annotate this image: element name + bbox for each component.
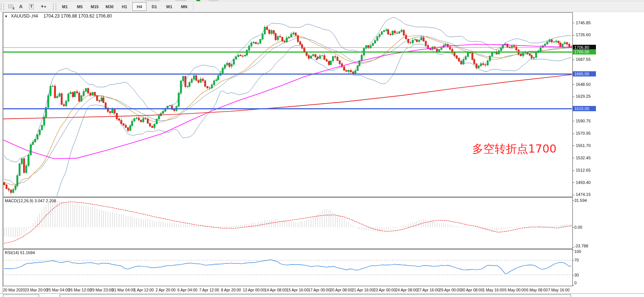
toolbar-sliver-segment: [209, 0, 218, 1]
time-tick-label: 31 Mar 04:00: [112, 288, 135, 292]
text-box-icon: T: [29, 4, 34, 9]
chart-symbol-timeframe: XAUUSD-,H4: [11, 13, 38, 19]
macd-scale-label: 31.594: [574, 198, 587, 203]
letter-a-icon: A: [19, 4, 22, 9]
time-tick-label: 1 Apr 12:00: [134, 288, 154, 292]
timeframe-button-group: M1M5M15M30H1H4D1W1MN: [57, 2, 192, 11]
time-tick-label: 23 Mar 20:00: [25, 288, 48, 292]
price-tick-label: 1648.50: [576, 82, 591, 87]
price-tick-label: 1629.25: [576, 94, 591, 99]
chart-ohlc-values: 1704.23 1706.88 1703.62 1706.80: [44, 13, 112, 19]
mt4-window: F A T ✦ ▾ M1M5M15M30H1H4D1W1MN ▼ XAUUSD-…: [0, 0, 644, 297]
timeframe-button-m15[interactable]: M15: [88, 2, 102, 11]
chart-annotation-text[interactable]: 多空转折点1700: [472, 141, 556, 157]
toolbar-sliver-green-segment: [196, 0, 200, 1]
chart-toolbar: F A T ✦ ▾ M1M5M15M30H1H4D1W1MN: [0, 1, 644, 12]
rsi-scale-label: 30: [574, 273, 579, 277]
time-tick-label: 25 Mar 04:00: [47, 288, 70, 292]
macd-indicator-label: MACD(12,26,9) 3.047 2.208: [5, 198, 56, 203]
rsi-scale-label: 100: [574, 249, 581, 254]
grid-icon: F: [8, 4, 13, 9]
time-tick-label: 5 May 00:00: [505, 288, 526, 292]
time-tick-label: 21 Apr 16:00: [352, 288, 374, 292]
time-tick-label: 7 May 16:00: [548, 288, 570, 292]
price-tick-label: 1590.75: [576, 119, 591, 123]
timeframe-button-mn[interactable]: MN: [177, 2, 191, 11]
time-tick-label: 30 Apr 08:00: [461, 288, 483, 292]
price-level-badge: 1610.00: [573, 106, 596, 111]
bottom-partial-window: [60, 294, 571, 297]
window-left-border: [2, 12, 3, 293]
bottom-separator: [0, 293, 644, 294]
macd-scale-label: -23.788: [574, 244, 588, 248]
rsi-scale-label: 70: [574, 258, 579, 262]
toolbar-separator: [193, 3, 193, 11]
rsi-indicator-label: RSI(14) 51.1684: [5, 250, 35, 255]
price-tick-label: 1570.95: [576, 131, 591, 135]
bottom-partial-window: [3, 294, 39, 297]
price-tick-label: 1474.15: [576, 192, 591, 197]
grid-f-tool-button[interactable]: F: [5, 2, 16, 11]
chart-title[interactable]: ▼ XAUUSD-,H4 1704.23 1706.88 1703.62 170…: [4, 13, 112, 19]
time-tick-label: 29 Mar 23:00: [90, 288, 113, 292]
timeframe-button-w1[interactable]: W1: [162, 2, 176, 11]
time-tick-label: 7 Apr 12:00: [199, 288, 220, 292]
textbox-tool-button[interactable]: T: [26, 2, 37, 11]
time-tick-label: 27 Apr 16:00: [417, 288, 440, 292]
timeframe-button-h1[interactable]: H1: [117, 2, 132, 11]
time-tick-label: 17 Apr 00:00: [308, 288, 331, 292]
timeframe-button-m30[interactable]: M30: [102, 2, 117, 11]
timeframe-button-h4[interactable]: H4: [132, 2, 146, 11]
timeframe-button-m5[interactable]: M5: [73, 2, 87, 11]
text-tool-button[interactable]: A: [16, 2, 26, 11]
chevron-down-icon: ▾: [44, 5, 46, 9]
shapes-icon: ✦: [41, 4, 44, 9]
macd-scale-label: 0.00: [574, 225, 582, 229]
rsi-scale-label: 0: [574, 281, 577, 285]
collapse-triangle-icon: ▼: [4, 15, 8, 18]
time-tick-label: 15 Apr 16:00: [287, 288, 309, 292]
time-tick-label: 23 Apr 00:00: [374, 288, 396, 292]
shapes-tool-button[interactable]: ✦ ▾: [37, 2, 50, 11]
price-tick-label: 1532.45: [576, 156, 591, 160]
time-tick-label: 20 Mar 2020: [3, 288, 25, 292]
time-tick-label: 8 Apr 20:00: [221, 288, 241, 292]
price-tick-label: 1493.40: [576, 180, 591, 185]
time-tick-label: 14 Apr 08:00: [265, 288, 287, 292]
time-tick-label: 2 Apr 20:00: [156, 288, 176, 292]
price-tick-label: 1745.85: [576, 21, 591, 25]
price-tick-label: 1687.55: [576, 57, 591, 62]
price-level-badge: 1700.00: [573, 49, 596, 54]
price-level-badge: 1665.00: [573, 71, 596, 76]
time-tick-label: 24 Apr 08:00: [395, 288, 418, 292]
timeframe-button-d1[interactable]: D1: [147, 2, 161, 11]
toolbar-drag-handle[interactable]: [1, 3, 4, 10]
time-tick-label: 29 Apr 00:00: [439, 288, 461, 292]
price-tick-label: 1726.60: [576, 32, 591, 37]
price-tick-label: 1512.65: [576, 168, 591, 172]
toolbar-sliver-segment: [145, 0, 160, 1]
timeframe-button-m1[interactable]: M1: [58, 2, 72, 11]
time-tick-label: 6 May 08:00: [526, 288, 548, 292]
time-tick-label: 1 May 16:00: [483, 288, 504, 292]
toolbar-sliver-segment: [175, 0, 186, 1]
time-tick-label: 26 Mar 12:00: [69, 288, 92, 292]
grid-f-label: F: [13, 7, 15, 10]
toolbar-drag-handle[interactable]: [53, 3, 56, 10]
time-tick-label: 13 Apr 00:00: [243, 288, 265, 292]
price-tick-label: 1551.70: [576, 143, 591, 148]
time-tick-label: 20 Apr 08:00: [330, 288, 353, 292]
time-tick-label: 6 Apr 04:00: [177, 288, 198, 292]
